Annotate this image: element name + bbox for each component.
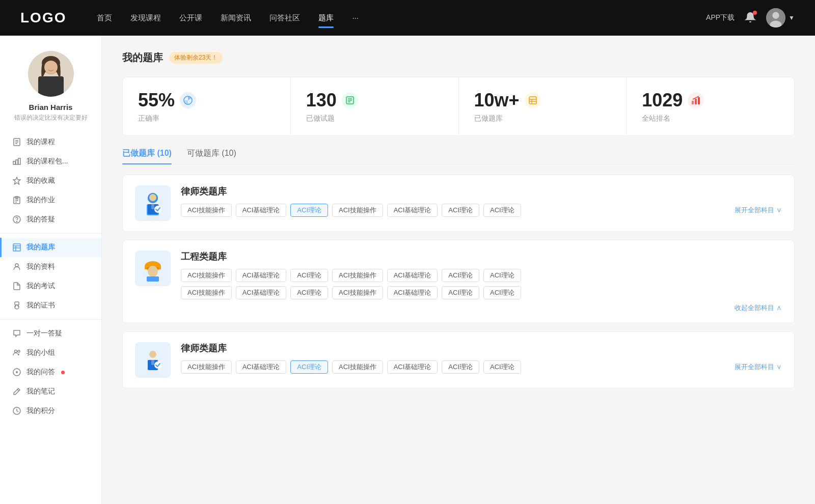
sidebar-item-label: 一对一答疑 — [26, 329, 62, 338]
sidebar-item-one-on-one[interactable]: 一对一答疑 — [0, 324, 101, 343]
tag[interactable]: ACI基础理论 — [387, 286, 438, 299]
sidebar-item-course-package[interactable]: 我的课程包... — [0, 152, 101, 171]
tag[interactable]: ACI基础理论 — [236, 360, 287, 374]
tag[interactable]: ACI技能操作 — [181, 204, 232, 217]
main-layout: Brian Harris 错误的决定比没有决定要好 我的课程 — [0, 36, 815, 504]
tag[interactable]: ACI技能操作 — [332, 269, 383, 282]
nav-discover[interactable]: 发现课程 — [130, 11, 161, 25]
sidebar-item-my-questions[interactable]: 我的问答 — [0, 362, 101, 382]
profile-name: Brian Harris — [29, 103, 73, 111]
sidebar-item-certificate[interactable]: 我的证书 — [0, 296, 101, 315]
sidebar-item-question-bank[interactable]: 我的题库 — [0, 238, 101, 257]
svg-rect-54 — [151, 204, 154, 209]
sidebar-item-favorites[interactable]: 我的收藏 — [0, 171, 101, 190]
accuracy-icon — [180, 92, 196, 108]
sidebar-item-my-notes[interactable]: 我的笔记 — [0, 382, 101, 401]
header-right: APP下载 ▼ — [706, 8, 795, 27]
tab-done-banks[interactable]: 已做题库 (10) — [122, 148, 172, 164]
medal-icon — [12, 301, 21, 310]
tag[interactable]: ACI理论 — [483, 360, 521, 374]
sidebar-item-my-course[interactable]: 我的课程 — [0, 132, 101, 152]
svg-rect-23 — [13, 244, 20, 251]
tag[interactable]: ACI基础理论 — [236, 286, 287, 299]
svg-rect-60 — [147, 276, 159, 282]
sidebar-item-my-points[interactable]: 我的积分 — [0, 401, 101, 421]
user-avatar-menu[interactable]: ▼ — [766, 8, 795, 27]
svg-point-7 — [44, 61, 58, 74]
tag[interactable]: ACI技能操作 — [332, 204, 383, 217]
nav-qa[interactable]: 问答社区 — [269, 11, 300, 25]
tag[interactable]: ACI理论 — [442, 360, 479, 374]
sidebar-item-my-group[interactable]: 我的小组 — [0, 343, 101, 362]
svg-rect-47 — [695, 99, 697, 104]
tag[interactable]: ACI技能操作 — [332, 286, 383, 299]
nav-open-course[interactable]: 公开课 — [179, 11, 202, 25]
svg-rect-5 — [38, 76, 64, 97]
tabs-row: 已做题库 (10) 可做题库 (10) — [122, 148, 795, 164]
sidebar-item-label: 我的答疑 — [26, 215, 55, 224]
tags-row-2b: ACI技能操作 ACI基础理论 ACI理论 ACI技能操作 ACI基础理论 AC… — [181, 286, 782, 299]
page-title: 我的题库 — [122, 51, 163, 65]
tag[interactable]: ACI理论 — [442, 269, 479, 282]
tag[interactable]: ACI技能操作 — [332, 360, 383, 374]
tag[interactable]: ACI技能操作 — [181, 360, 232, 374]
user-icon — [12, 262, 21, 271]
sidebar-item-my-exam[interactable]: 我的考试 — [0, 276, 101, 296]
svg-rect-12 — [13, 161, 15, 164]
sidebar-item-my-profile[interactable]: 我的资料 — [0, 257, 101, 276]
tag[interactable]: ACI基础理论 — [387, 204, 438, 217]
tag[interactable]: ACI理论 — [290, 269, 328, 282]
sidebar-item-label: 我的题库 — [26, 243, 55, 252]
svg-point-61 — [149, 351, 156, 358]
bank-body-1: 律师类题库 ACI技能操作 ACI基础理论 ACI理论 ACI技能操作 ACI基… — [181, 185, 782, 217]
document-icon — [12, 137, 21, 147]
sidebar-item-label: 我的小组 — [26, 348, 55, 357]
svg-line-31 — [18, 305, 18, 307]
bank-icon-lawyer-1 — [135, 185, 171, 221]
tag[interactable]: ACI理论 — [442, 204, 479, 217]
tag-active[interactable]: ACI理论 — [290, 360, 328, 374]
svg-point-59 — [148, 266, 158, 277]
done-questions-label: 已做试题 — [306, 114, 335, 123]
nav-news[interactable]: 新闻资讯 — [221, 11, 251, 25]
tag[interactable]: ACI理论 — [483, 286, 521, 299]
tag[interactable]: ACI技能操作 — [181, 286, 232, 299]
sidebar-divider — [0, 233, 101, 234]
page-header: 我的题库 体验剩余23天！ — [122, 51, 795, 65]
tag[interactable]: ACI基础理论 — [387, 360, 438, 374]
collapse-link[interactable]: 收起全部科目 ∧ — [181, 303, 782, 313]
tag[interactable]: ACI理论 — [483, 204, 521, 217]
sidebar-item-homework[interactable]: 我的作业 — [0, 190, 101, 210]
app-download-link[interactable]: APP下载 — [706, 13, 735, 22]
done-questions-value: 130 — [306, 90, 337, 111]
nav-more[interactable]: ··· — [352, 11, 359, 25]
sidebar-item-label: 我的证书 — [26, 301, 55, 310]
notification-button[interactable] — [745, 12, 756, 24]
tab-available-banks[interactable]: 可做题库 (10) — [187, 148, 236, 164]
sidebar-item-my-qa[interactable]: 我的答疑 — [0, 210, 101, 229]
sidebar-item-label: 我的课程 — [26, 137, 55, 147]
tag[interactable]: ACI基础理论 — [236, 204, 287, 217]
tag[interactable]: ACI基础理论 — [236, 269, 287, 282]
sidebar-item-label: 我的问答 — [26, 368, 55, 377]
expand-link-1[interactable]: 展开全部科目 ∨ — [735, 206, 782, 215]
expand-link-3[interactable]: 展开全部科目 ∨ — [735, 362, 782, 372]
star-icon — [12, 176, 21, 185]
sidebar-avatar — [28, 51, 74, 97]
svg-point-35 — [16, 371, 18, 373]
tag[interactable]: ACI技能操作 — [181, 269, 232, 282]
bank-body-2: 工程类题库 ACI技能操作 ACI基础理论 ACI理论 ACI技能操作 ACI基… — [181, 250, 782, 313]
chevron-down-icon: ▼ — [789, 14, 795, 21]
svg-point-52 — [149, 194, 156, 201]
tag[interactable]: ACI理论 — [290, 286, 328, 299]
nav-home[interactable]: 首页 — [97, 11, 112, 25]
tags-row-1: ACI技能操作 ACI基础理论 ACI理论 ACI技能操作 ACI基础理论 AC… — [181, 204, 782, 217]
svg-rect-42 — [529, 97, 536, 104]
tag[interactable]: ACI基础理论 — [387, 269, 438, 282]
tag[interactable]: ACI理论 — [442, 286, 479, 299]
nav-question-bank[interactable]: 题库 — [318, 11, 334, 25]
tag[interactable]: ACI理论 — [483, 269, 521, 282]
bank-title-2: 工程类题库 — [181, 250, 782, 263]
tag-active[interactable]: ACI理论 — [290, 204, 328, 217]
question-circle-icon — [12, 215, 21, 224]
